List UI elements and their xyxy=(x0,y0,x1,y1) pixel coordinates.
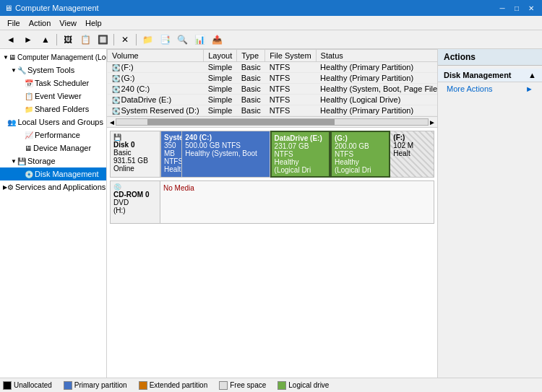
col-filesystem[interactable]: File System xyxy=(265,50,316,62)
menu-file[interactable]: File xyxy=(3,17,25,29)
toolbar-btn8[interactable]: 📤 xyxy=(209,32,225,47)
toolbar-btn5[interactable]: 📑 xyxy=(157,32,173,47)
legend-extended-label: Extended partition xyxy=(150,381,208,389)
app-icon: 🖥 xyxy=(4,4,12,12)
legend-unallocated-box xyxy=(3,381,12,390)
partition-e[interactable]: DataDrive (E:) 231.07 GB NTFS Healthy (L… xyxy=(270,131,330,178)
tree-storage[interactable]: ▼ 💾 Storage xyxy=(0,154,106,167)
toolbar-btn2[interactable]: 📋 xyxy=(77,32,93,47)
toolbar-btn1[interactable]: 🖼 xyxy=(60,32,76,47)
cell-fs: NTFS xyxy=(265,84,316,95)
part-system-type: NTFS xyxy=(164,157,178,165)
toolbar-btn4[interactable]: 📁 xyxy=(139,32,155,47)
task-scheduler-label: Task Scheduler xyxy=(35,79,89,87)
system-tools-label: System Tools xyxy=(27,66,74,74)
actions-section-title[interactable]: Disk Management ▲ xyxy=(438,69,542,82)
legend-free-box xyxy=(219,381,228,390)
table-row[interactable]: 💽240 (C:) Simple Basic NTFS Healthy (Sys… xyxy=(108,84,438,95)
cell-volume: 💽System Reserved (D:) xyxy=(108,105,204,116)
local-users-icon: 👥 xyxy=(7,118,16,126)
tree-disk-management[interactable]: 💿 Disk Management xyxy=(0,167,106,180)
menu-help[interactable]: Help xyxy=(81,17,106,29)
table-row[interactable]: 💽System Reserved (D:) Simple Basic NTFS … xyxy=(108,105,438,116)
cdrom-content: No Media xyxy=(160,180,434,224)
event-viewer-label: Event Viewer xyxy=(35,92,82,100)
shared-folders-label: Shared Folders xyxy=(35,105,89,113)
disk-mgmt-icon: 💿 xyxy=(25,170,33,178)
actions-header: Actions xyxy=(438,49,542,66)
cell-type: Basic xyxy=(237,62,265,73)
part-f-status: Healt xyxy=(393,149,431,157)
cell-volume: 💽240 (C:) xyxy=(108,84,204,95)
local-users-label: Local Users and Groups xyxy=(17,118,103,126)
toolbar-btn3[interactable]: 🔲 xyxy=(95,32,111,47)
toolbar-sep1 xyxy=(56,34,57,45)
table-row[interactable]: 💽(F:) Simple Basic NTFS Healthy (Primary… xyxy=(108,62,438,73)
part-c-status: Healthy (System, Boot xyxy=(185,149,266,157)
system-tools-expand[interactable]: ▼ xyxy=(10,67,17,74)
toolbar-btn6[interactable]: 🔍 xyxy=(174,32,190,47)
close-button[interactable]: ✕ xyxy=(525,2,538,14)
storage-expand[interactable]: ▼ xyxy=(10,158,17,165)
cell-volume: 💽(G:) xyxy=(108,73,204,84)
services-label: Services and Applications xyxy=(15,183,106,191)
legend-extended: Extended partition xyxy=(139,381,208,390)
cell-type: Basic xyxy=(237,105,265,116)
part-c-name: 240 (C:) xyxy=(185,134,266,141)
storage-icon: 💾 xyxy=(17,157,26,165)
legend-extended-box xyxy=(139,381,147,390)
scroll-thumb[interactable] xyxy=(147,119,335,125)
part-g-size: 200.00 GB NTFS xyxy=(335,142,386,158)
partition-f[interactable]: (F:) 102 M Healt xyxy=(390,131,434,178)
system-tools-icon: 🔧 xyxy=(17,66,26,74)
tree-event-viewer[interactable]: 📋 Event Viewer xyxy=(0,90,106,103)
toolbar-back[interactable]: ◄ xyxy=(3,32,19,47)
tree-performance[interactable]: 📈 Performance xyxy=(0,129,106,141)
toolbar-up[interactable]: ▲ xyxy=(38,32,53,47)
disk-0-label: 💾 Disk 0 Basic 931.51 GB Online xyxy=(110,131,160,178)
tree-root-item[interactable]: ▼ 🖥 Computer Management (Local xyxy=(0,51,106,64)
col-volume[interactable]: Volume xyxy=(108,50,204,62)
menu-view[interactable]: View xyxy=(55,17,81,29)
cdrom-drive: (H:) xyxy=(113,206,157,214)
menu-action[interactable]: Action xyxy=(25,17,56,29)
scroll-track[interactable] xyxy=(116,118,429,126)
toolbar-btn7[interactable]: 📊 xyxy=(192,32,207,47)
right-area: Volume Layout Type File System Status 💽(… xyxy=(107,49,542,378)
toolbar-sep2 xyxy=(113,34,114,45)
minimize-button[interactable]: ─ xyxy=(496,2,509,14)
cell-layout: Simple xyxy=(204,105,237,116)
center-panel: Volume Layout Type File System Status 💽(… xyxy=(107,49,437,378)
services-icon: ⚙ xyxy=(7,183,14,191)
tree-device-manager[interactable]: 🖥 Device Manager xyxy=(0,141,106,154)
computer-icon: 🖥 xyxy=(9,53,16,61)
more-actions-link[interactable]: More Actions ► xyxy=(438,82,542,95)
tree-services[interactable]: ▶ ⚙ Services and Applications xyxy=(0,180,106,193)
partition-c[interactable]: 240 (C:) 500.00 GB NTFS Healthy (System,… xyxy=(182,131,270,178)
cell-layout: Simple xyxy=(204,62,237,73)
actions-collapse-icon[interactable]: ▲ xyxy=(528,71,536,79)
scroll-left[interactable]: ◄ xyxy=(108,118,116,126)
partition-system[interactable]: System 350 MB NTFS Healthy xyxy=(160,131,182,178)
disk-visual: 💾 Disk 0 Basic 931.51 GB Online System 3… xyxy=(107,128,437,378)
left-panel: ▼ 🖥 Computer Management (Local ▼ 🔧 Syste… xyxy=(0,49,107,378)
toolbar-forward[interactable]: ► xyxy=(20,32,36,47)
expand-icon[interactable]: ▼ xyxy=(3,54,9,61)
tree-system-tools[interactable]: ▼ 🔧 System Tools xyxy=(0,64,106,77)
actions-panel: Actions Disk Management ▲ More Actions ► xyxy=(437,49,542,378)
part-e-size: 231.07 GB NTFS xyxy=(275,142,326,158)
partition-g[interactable]: (G:) 200.00 GB NTFS Healthy (Logical Dri xyxy=(330,131,390,178)
tree-local-users[interactable]: 👥 Local Users and Groups xyxy=(0,116,106,129)
tree-shared-folders[interactable]: 📁 Shared Folders xyxy=(0,103,106,116)
tree-task-scheduler[interactable]: 📅 Task Scheduler xyxy=(0,77,106,90)
col-type[interactable]: Type xyxy=(237,50,265,62)
table-row[interactable]: 💽DataDrive (E:) Simple Basic NTFS Health… xyxy=(108,95,438,105)
cell-type: Basic xyxy=(237,73,265,84)
col-layout[interactable]: Layout xyxy=(204,50,237,62)
toolbar-delete[interactable]: ✕ xyxy=(117,32,133,47)
horizontal-scrollbar[interactable]: ◄ ► xyxy=(107,116,437,128)
scroll-right[interactable]: ► xyxy=(429,118,436,126)
table-row[interactable]: 💽(G:) Simple Basic NTFS Healthy (Primary… xyxy=(108,73,438,84)
maximize-button[interactable]: □ xyxy=(510,2,523,14)
col-status[interactable]: Status xyxy=(316,50,437,62)
